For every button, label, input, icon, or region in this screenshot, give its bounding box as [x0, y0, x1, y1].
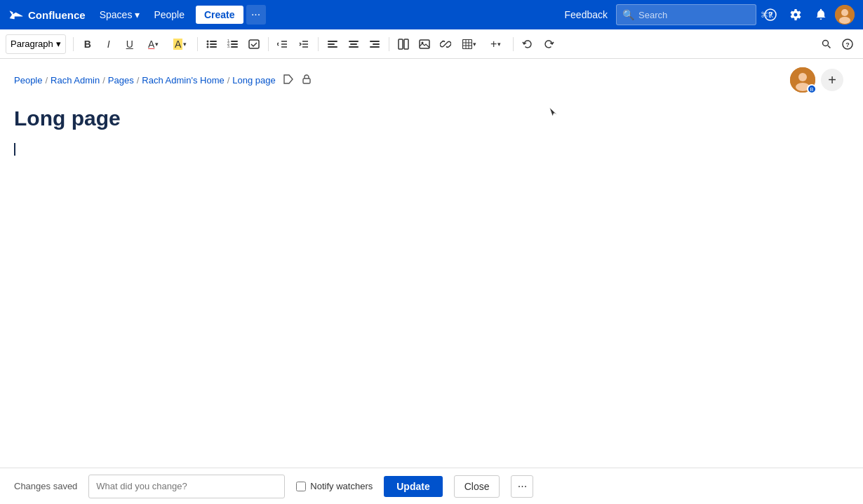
italic-button[interactable]: I: [99, 34, 119, 54]
svg-rect-10: [210, 46, 217, 48]
svg-rect-20: [328, 46, 337, 48]
notify-watchers-checkbox[interactable]: [296, 482, 306, 491]
undo-button[interactable]: [518, 34, 537, 54]
svg-rect-6: [210, 41, 217, 42]
add-button[interactable]: +: [821, 69, 843, 91]
svg-rect-27: [399, 39, 403, 49]
svg-rect-29: [420, 40, 429, 48]
search-bar[interactable]: 🔍 ⌘K: [616, 4, 756, 25]
user-avatar-editor[interactable]: B: [790, 67, 815, 93]
notify-watchers-section: Notify watchers: [296, 481, 373, 491]
task-list-button[interactable]: [244, 34, 264, 54]
svg-rect-31: [462, 39, 471, 48]
bottom-bar: Changes saved Notify watchers Update Clo…: [0, 468, 863, 504]
breadcrumb-rach-admin-home[interactable]: Rach Admin's Home: [142, 75, 224, 86]
svg-point-41: [798, 73, 807, 81]
text-color-picker[interactable]: A ▾: [141, 34, 166, 54]
svg-rect-22: [350, 43, 357, 45]
top-navigation: Confluence Spaces ▾ People Create ··· Fe…: [0, 0, 863, 29]
svg-rect-19: [328, 43, 335, 45]
user-badge: B: [807, 84, 817, 94]
image-button[interactable]: [415, 34, 434, 54]
toolbar-separator-2: [197, 37, 198, 51]
table-insert[interactable]: ▾: [457, 34, 482, 54]
toolbar-separator-5: [389, 37, 389, 51]
toolbar-help-button[interactable]: ?: [838, 34, 857, 54]
people-nav-btn[interactable]: People: [148, 6, 190, 23]
update-button[interactable]: Update: [384, 476, 442, 497]
breadcrumb-people[interactable]: People: [14, 75, 42, 86]
breadcrumb-actions: [281, 72, 314, 88]
notify-watchers-label[interactable]: Notify watchers: [310, 481, 373, 491]
change-description-input[interactable]: [88, 475, 285, 498]
nav-more-button[interactable]: ···: [246, 5, 266, 25]
text-cursor: [14, 143, 15, 156]
svg-point-4: [839, 17, 850, 24]
svg-rect-25: [373, 43, 380, 45]
numbered-list-button[interactable]: 1.2.3.: [223, 34, 243, 54]
notifications-button[interactable]: [810, 4, 832, 26]
search-input[interactable]: [638, 10, 756, 20]
insert-more[interactable]: + ▾: [483, 34, 509, 54]
align-right-button[interactable]: [365, 34, 384, 54]
create-button[interactable]: Create: [196, 6, 243, 24]
feedback-button[interactable]: Feedback: [559, 6, 613, 23]
layout-button[interactable]: [394, 34, 413, 54]
breadcrumb-rach-admin[interactable]: Rach Admin: [51, 75, 100, 86]
svg-rect-12: [231, 41, 238, 42]
label-button[interactable]: [281, 72, 295, 88]
align-center-button[interactable]: [344, 34, 363, 54]
svg-rect-26: [370, 46, 380, 48]
confluence-logo[interactable]: Confluence: [8, 7, 86, 22]
breadcrumb-bar: People / Rach Admin / Pages / Rach Admin…: [0, 59, 863, 95]
svg-point-9: [206, 46, 208, 48]
editor-toolbar: Paragraph ▾ B I U A ▾ A ▾ 1.2.3.: [0, 29, 863, 59]
svg-point-7: [206, 43, 208, 45]
outdent-button[interactable]: [273, 34, 293, 54]
editor-body[interactable]: [14, 139, 849, 419]
underline-button[interactable]: U: [120, 34, 140, 54]
close-button[interactable]: Close: [454, 475, 500, 498]
svg-rect-28: [404, 39, 408, 49]
changes-saved-label: Changes saved: [14, 481, 77, 491]
svg-rect-23: [349, 46, 359, 48]
svg-text:?: ?: [768, 11, 773, 19]
toolbar-separator-3: [268, 37, 269, 51]
svg-rect-39: [303, 79, 310, 83]
toolbar-separator-1: [73, 37, 74, 51]
svg-rect-8: [210, 43, 217, 45]
svg-rect-21: [349, 41, 359, 42]
indent-button[interactable]: [294, 34, 314, 54]
bold-button[interactable]: B: [78, 34, 98, 54]
user-avatar-nav[interactable]: [835, 5, 855, 25]
user-panel: B +: [790, 67, 843, 93]
svg-point-36: [823, 40, 829, 46]
svg-rect-14: [231, 43, 238, 45]
svg-text:?: ?: [845, 41, 850, 48]
page-title[interactable]: Long page: [14, 95, 849, 139]
breadcrumb-pages[interactable]: Pages: [108, 75, 134, 86]
svg-text:3.: 3.: [227, 44, 230, 48]
svg-rect-24: [370, 41, 380, 42]
main-content-area: Long page: [0, 95, 863, 468]
paragraph-style-select[interactable]: Paragraph ▾: [6, 34, 66, 54]
toolbar-separator-4: [318, 37, 319, 51]
settings-button[interactable]: [784, 4, 807, 26]
link-button[interactable]: [436, 34, 455, 54]
redo-button[interactable]: [539, 34, 558, 54]
spaces-menu[interactable]: Spaces ▾: [94, 6, 146, 23]
svg-rect-17: [249, 40, 259, 48]
svg-rect-18: [328, 41, 337, 42]
svg-point-5: [206, 40, 208, 42]
highlight-color-picker[interactable]: A ▾: [168, 34, 193, 54]
restrictions-button[interactable]: [300, 72, 314, 88]
search-icon: 🔍: [622, 9, 634, 20]
toolbar-right: ?: [817, 34, 857, 54]
help-button[interactable]: ?: [759, 4, 782, 26]
bullet-list-button[interactable]: [202, 34, 222, 54]
toolbar-search-button[interactable]: [817, 34, 836, 54]
more-options-button[interactable]: ···: [511, 475, 533, 498]
editor-cursor-line: [14, 142, 849, 156]
toolbar-separator-6: [513, 37, 514, 51]
align-left-button[interactable]: [323, 34, 342, 54]
